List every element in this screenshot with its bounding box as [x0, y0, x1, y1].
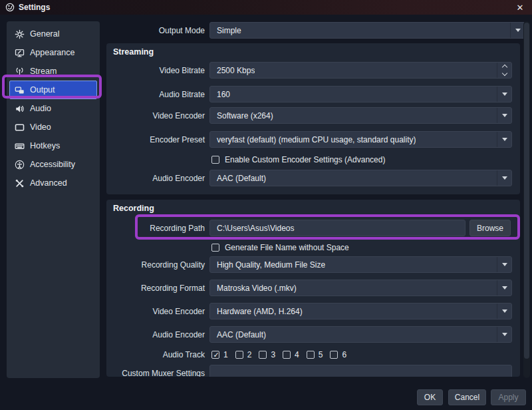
stream-video-encoder-value: Software (x264) — [210, 111, 273, 120]
rec-video-encoder-select[interactable]: Hardware (AMD, H.264) — [209, 303, 512, 319]
audio-track-2-label: 2 — [247, 350, 252, 359]
content-scrollbar[interactable] — [523, 21, 530, 378]
sidebar-item-accessibility[interactable]: Accessibility — [9, 155, 97, 174]
output-mode-label: Output Mode — [106, 22, 205, 39]
sidebar-item-label: Hotkeys — [30, 141, 60, 150]
output-mode-select[interactable]: Simple — [209, 22, 525, 39]
close-icon[interactable]: ✕ — [512, 0, 528, 15]
sidebar-item-label: Audio — [30, 104, 51, 113]
sidebar-item-label: Appearance — [30, 48, 74, 57]
filename-no-space-checkbox[interactable] — [211, 244, 219, 252]
stream-icon — [15, 67, 25, 77]
scrollbar-thumb[interactable] — [524, 23, 529, 359]
audio-bitrate-row: Audio Bitrate 160 — [106, 86, 520, 102]
chevron-down-icon[interactable] — [497, 132, 511, 147]
output-mode-row: Output Mode Simple — [106, 22, 525, 39]
custom-encoder-settings-row: Enable Custom Encoder Settings (Advanced… — [211, 155, 385, 164]
audio-track-1-checkbox[interactable] — [211, 351, 219, 359]
titlebar: Settings ✕ — [0, 0, 532, 15]
video-bitrate-row: Video Bitrate 2500 Kbps — [106, 62, 520, 79]
recording-quality-row: Recording Quality High Quality, Medium F… — [106, 256, 520, 273]
sidebar-item-label: Accessibility — [30, 160, 75, 169]
streaming-heading: Streaming — [113, 47, 154, 57]
sidebar-item-output[interactable]: Output — [9, 81, 97, 99]
stream-audio-encoder-select[interactable]: AAC (Default) — [209, 170, 512, 186]
audio-track-6-label: 6 — [342, 350, 346, 359]
audio-track-5-label: 5 — [319, 350, 323, 359]
video-bitrate-label: Video Bitrate — [106, 62, 205, 79]
audio-track-3-label: 3 — [271, 350, 275, 359]
recording-format-row: Recording Format Matroska Video (.mkv) — [106, 280, 520, 296]
chevron-down-icon[interactable] — [510, 23, 525, 38]
encoder-preset-label: Encoder Preset — [106, 131, 205, 148]
audio-track-3-checkbox[interactable] — [259, 351, 267, 359]
cancel-button[interactable]: Cancel — [448, 389, 486, 405]
encoder-preset-row: Encoder Preset veryfast (default) (mediu… — [106, 131, 520, 148]
hotkeys-icon — [15, 141, 25, 151]
recording-path-label: Recording Path — [106, 220, 205, 236]
spinner-arrows-icon[interactable] — [497, 63, 511, 78]
custom-muxer-input[interactable] — [209, 365, 512, 377]
chevron-down-icon[interactable] — [497, 257, 511, 272]
apply-button[interactable]: Apply — [491, 389, 526, 405]
rec-video-encoder-value: Hardware (AMD, H.264) — [210, 307, 303, 316]
audio-track-4-checkbox[interactable] — [283, 351, 291, 359]
sidebar-item-label: Stream — [30, 67, 57, 76]
rec-audio-encoder-label: Audio Encoder — [106, 326, 205, 343]
ok-button[interactable]: OK — [417, 389, 443, 405]
custom-encoder-checkbox-label: Enable Custom Encoder Settings (Advanced… — [225, 155, 385, 164]
custom-encoder-checkbox[interactable] — [211, 156, 219, 164]
output-icon — [15, 85, 25, 95]
sidebar-item-audio[interactable]: Audio — [9, 99, 97, 118]
recording-format-select[interactable]: Matroska Video (.mkv) — [209, 280, 512, 296]
audio-track-5-checkbox[interactable] — [307, 351, 315, 359]
audio-track-2-checkbox[interactable] — [235, 351, 243, 359]
obs-logo-icon — [5, 3, 15, 12]
recording-path-row: Recording Path Browse — [106, 220, 520, 236]
stream-video-encoder-label: Video Encoder — [106, 107, 205, 124]
custom-muxer-label: Custom Muxer Settings — [106, 365, 205, 377]
recording-quality-label: Recording Quality — [106, 256, 205, 273]
window-title: Settings — [19, 3, 50, 12]
rec-audio-encoder-value: AAC (Default) — [210, 330, 266, 339]
stream-audio-encoder-value: AAC (Default) — [210, 174, 266, 183]
audio-track-row: Audio Track 1 2 3 4 5 6 — [106, 349, 520, 360]
chevron-down-icon[interactable] — [497, 87, 511, 102]
custom-muxer-row: Custom Muxer Settings — [106, 365, 520, 377]
encoder-preset-select[interactable]: veryfast (default) (medium CPU usage, st… — [209, 131, 512, 148]
recording-quality-select[interactable]: High Quality, Medium File Size — [209, 256, 512, 273]
stream-video-encoder-select[interactable]: Software (x264) — [209, 107, 512, 124]
audio-bitrate-select[interactable]: 160 — [209, 86, 512, 102]
recording-quality-value: High Quality, Medium File Size — [210, 260, 325, 270]
sidebar-item-general[interactable]: General — [9, 25, 97, 43]
audio-track-label: Audio Track — [106, 349, 205, 360]
chevron-down-icon[interactable] — [497, 280, 511, 296]
streaming-section: Streaming Video Bitrate 2500 Kbps Audio … — [106, 43, 520, 194]
recording-format-value: Matroska Video (.mkv) — [210, 284, 297, 293]
rec-audio-encoder-select[interactable]: AAC (Default) — [209, 326, 512, 343]
audio-icon — [15, 104, 25, 114]
stream-video-encoder-row: Video Encoder Software (x264) — [106, 107, 520, 124]
audio-track-4-label: 4 — [295, 350, 299, 359]
recording-section: Recording Recording Path Browse Generate… — [106, 200, 520, 377]
sidebar-item-label: Advanced — [30, 178, 67, 188]
sidebar-item-video[interactable]: Video — [9, 118, 97, 136]
sidebar-item-label: General — [30, 29, 59, 39]
sidebar-item-stream[interactable]: Stream — [9, 62, 97, 81]
sidebar-item-hotkeys[interactable]: Hotkeys — [9, 136, 97, 155]
chevron-down-icon[interactable] — [497, 170, 511, 186]
sidebar-item-label: Output — [30, 85, 55, 95]
browse-button[interactable]: Browse — [469, 220, 511, 236]
video-bitrate-spinbox[interactable]: 2500 Kbps — [209, 62, 512, 79]
chevron-down-icon[interactable] — [497, 108, 511, 123]
chevron-down-icon[interactable] — [497, 304, 511, 319]
sidebar-item-appearance[interactable]: Appearance — [9, 43, 97, 62]
sidebar-item-advanced[interactable]: Advanced — [9, 174, 97, 192]
video-bitrate-value: 2500 Kbps — [210, 66, 255, 75]
recording-path-input[interactable] — [209, 220, 466, 236]
settings-sidebar: General Appearance Stream Output — [7, 21, 100, 378]
audio-bitrate-value: 160 — [210, 90, 230, 99]
chevron-down-icon[interactable] — [497, 327, 511, 342]
recording-format-label: Recording Format — [106, 280, 205, 296]
audio-track-6-checkbox[interactable] — [330, 351, 338, 359]
